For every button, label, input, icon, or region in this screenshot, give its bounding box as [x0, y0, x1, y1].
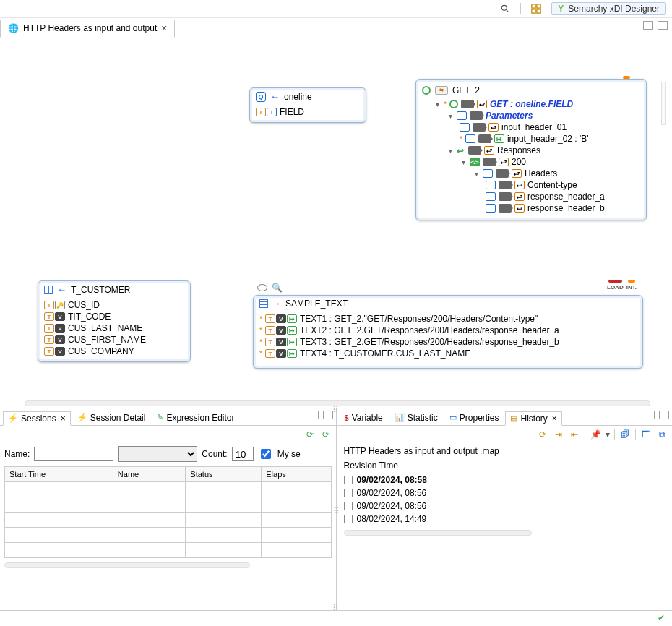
refresh-icon[interactable]: ⟳ — [320, 429, 332, 440]
vertical-scrollbar[interactable] — [661, 82, 666, 125]
name-input[interactable] — [34, 447, 113, 461]
param-group-icon — [457, 111, 467, 120]
target-sample[interactable]: → SAMPLE_TEXT *TVTEXT1 : GET_2."GET/Resp… — [253, 295, 643, 369]
history-row[interactable]: 09/02/2024, 08:56 — [344, 499, 665, 513]
sash-bottom[interactable]: ⠿ — [332, 603, 340, 613]
table-scrollbar[interactable] — [4, 562, 250, 568]
param-label: input_header_02 : 'B' — [507, 134, 589, 144]
svg-rect-4 — [532, 9, 535, 12]
refresh-run-icon[interactable]: ⟳ — [304, 429, 316, 440]
map-row[interactable]: *TVTEXT3 : GET_2.GET/Responses/200/Heade… — [259, 336, 637, 348]
row-icons: TV — [265, 338, 297, 346]
col-name[interactable]: Name — [113, 467, 186, 482]
myse-checkbox[interactable] — [261, 449, 271, 459]
map-row[interactable]: *TVTEXT4 : T_CUSTOMER.CUS_LAST_NAME — [259, 348, 637, 359]
svg-line-1 — [507, 9, 509, 12]
col-status[interactable]: Status — [186, 467, 262, 482]
col-elaps[interactable]: Elaps — [262, 467, 331, 482]
refresh-icon[interactable]: ⟳ — [537, 429, 548, 440]
perspective-icon[interactable] — [531, 4, 541, 14]
history-row[interactable]: 09/02/2024, 08:56 — [344, 486, 665, 499]
col-row[interactable]: T🔑CUS_ID — [44, 299, 184, 311]
link-icon[interactable]: 🗔 — [640, 429, 652, 440]
editor-tab[interactable]: 🌐 HTTP Headers as input and output × — [0, 20, 175, 38]
table-row[interactable] — [5, 543, 332, 558]
map-icon — [483, 158, 496, 166]
minimize-icon[interactable] — [309, 411, 319, 419]
source-customer[interactable]: ← T_CUSTOMER T🔑CUS_ID TVTIT_CODE TVCUS_L… — [38, 280, 191, 362]
toolbar-separator — [520, 3, 521, 14]
col-row[interactable]: TVCUS_FIRST_NAME — [44, 334, 184, 346]
header-label: Content-type — [527, 180, 577, 190]
tab-statistic[interactable]: 📊Statistic — [389, 411, 443, 425]
search-icon[interactable] — [500, 4, 510, 14]
header-row[interactable]: ⮐ response_header_b — [422, 202, 640, 214]
col-row[interactable]: TVTIT_CODE — [44, 311, 184, 322]
close-icon[interactable]: × — [552, 413, 557, 424]
col-start[interactable]: Start Time — [5, 467, 113, 482]
parameters-label: Parameters — [486, 111, 533, 121]
http-icon: ⇆ — [435, 86, 448, 95]
tab-history[interactable]: ▤History× — [505, 411, 561, 426]
param-row[interactable]: * input_header_02 : 'B' — [422, 133, 640, 145]
dropdown-icon[interactable]: ▾ — [606, 429, 610, 440]
field-row[interactable]: Ti FIELD — [256, 106, 360, 118]
col-row[interactable]: TVCUS_LAST_NAME — [44, 322, 184, 334]
minimize-icon[interactable] — [643, 21, 653, 30]
pin-icon[interactable]: 📌 — [590, 429, 601, 440]
header-row[interactable]: ⮐ Content-type — [422, 179, 640, 191]
target-get2[interactable]: ⇆ GET_2 ▾* ⮐ GET : oneline.FIELD ▾ — [415, 79, 647, 220]
tab-sessions[interactable]: ⚡Sessions× — [3, 411, 71, 426]
close-icon[interactable]: × — [161, 23, 167, 33]
table-row[interactable] — [5, 513, 332, 528]
load-badge[interactable]: LOAD — [607, 280, 624, 291]
tree-responses[interactable]: ▾↩ ⮐ Responses — [422, 145, 640, 156]
compare-icon[interactable]: ⧉ — [656, 429, 668, 440]
tree-parameters[interactable]: ▾ Parameters — [422, 110, 640, 121]
perspective-switcher[interactable]: Y Semarchy xDI Designer — [551, 2, 666, 15]
map-label: TEXT1 : GET_2."GET/Responses/200/Headers… — [300, 314, 538, 324]
tab-label: History — [520, 413, 547, 424]
map-row[interactable]: *TVTEXT2 : GET_2.GET/Responses/200/Heade… — [259, 325, 637, 336]
status-select[interactable] — [118, 446, 197, 462]
maximize-icon[interactable] — [659, 411, 669, 419]
maximize-icon[interactable] — [323, 411, 333, 419]
panel-history: $Variable 📊Statistic ▭Properties ▤Histor… — [337, 408, 673, 610]
tree-headers[interactable]: ▾ ⮐ Headers — [422, 168, 640, 179]
param-icon — [460, 123, 470, 132]
header-row[interactable]: ⮐ response_header_a — [422, 191, 640, 202]
history-row[interactable]: 09/02/2024, 08:58 — [344, 473, 665, 486]
revision-time: 09/02/2024, 08:58 — [357, 475, 427, 485]
count-input[interactable] — [232, 447, 254, 461]
tab-session-detail[interactable]: ⚡Session Detail — [72, 411, 151, 425]
import-icon[interactable]: ⇥ — [553, 429, 564, 440]
source-oneline[interactable]: Q ← oneline Ti FIELD — [249, 87, 366, 123]
sessions-table[interactable]: Start Time Name Status Elaps — [4, 466, 332, 558]
minimize-icon[interactable] — [645, 411, 655, 419]
eye-icon[interactable] — [257, 284, 267, 291]
col-row[interactable]: TVCUS_COMPANY — [44, 346, 184, 357]
table-row[interactable] — [5, 528, 332, 543]
tree-root[interactable]: ▾* ⮐ GET : oneline.FIELD — [422, 98, 640, 110]
tab-properties[interactable]: ▭Properties — [444, 411, 504, 425]
tab-variable[interactable]: $Variable — [340, 411, 388, 425]
history-scrollbar[interactable] — [344, 530, 532, 536]
copy-icon[interactable]: 🗐 — [619, 429, 631, 440]
sash-vertical[interactable]: ⠿ — [333, 506, 341, 516]
param-row[interactable]: ⮐ input_header_01 — [422, 121, 640, 133]
table-row[interactable] — [5, 497, 332, 513]
tab-expression-editor[interactable]: ✎Expression Editor — [152, 411, 239, 425]
tree-code[interactable]: ▾ </> ⮐ 200 — [422, 156, 640, 168]
history-row[interactable]: 08/02/2024, 14:49 — [344, 513, 665, 526]
mapping-canvas[interactable]: Q ← oneline Ti FIELD 🔍 INT. — [0, 38, 672, 406]
map-row[interactable]: *TVTEXT1 : GET_2."GET/Responses/200/Head… — [259, 313, 637, 325]
panel-sessions: ⚡Sessions× ⚡Session Detail ✎Expression E… — [0, 408, 337, 610]
close-icon[interactable]: × — [61, 413, 66, 424]
maximize-icon[interactable] — [658, 21, 668, 30]
zoom-icon[interactable]: 🔍 — [272, 283, 283, 293]
table-row[interactable] — [5, 482, 332, 497]
tab-label: Statistic — [408, 413, 438, 423]
table-icon — [259, 299, 268, 308]
int-badge[interactable]: INT. — [626, 280, 637, 291]
export-icon[interactable]: ⇤ — [569, 429, 580, 440]
